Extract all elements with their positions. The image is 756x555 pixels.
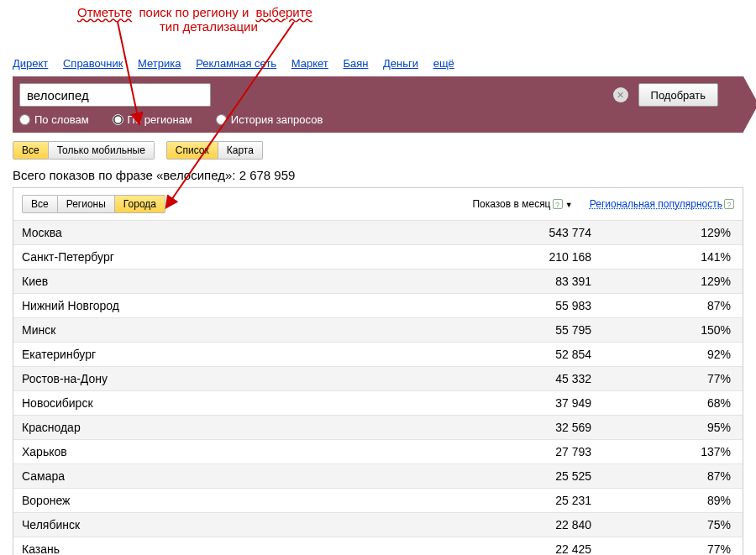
cell-popularity: 87% (600, 464, 743, 489)
cell-city: Воронеж (13, 489, 432, 513)
table-row: Киев83 391129% (13, 270, 743, 294)
annotation-text: Отметьте поиск по региону и выберите тип… (76, 5, 722, 34)
cell-city: Харьков (13, 440, 432, 464)
table-row: Москва543 774129% (13, 221, 743, 245)
cell-city: Киев (13, 270, 432, 294)
help-icon[interactable]: ? (553, 199, 563, 209)
cell-popularity: 95% (600, 416, 743, 440)
col-popularity[interactable]: Региональная популярность? (590, 198, 734, 210)
radio-words[interactable]: По словам (19, 113, 89, 126)
radio-regions[interactable]: По регионам (113, 113, 192, 126)
cell-shows: 55 795 (432, 318, 600, 343)
btn-all-devices[interactable]: Все (13, 141, 49, 160)
cell-city: Челябинск (13, 513, 432, 537)
nav-direct[interactable]: Директ (13, 57, 48, 70)
btn-map-view[interactable]: Карта (218, 141, 263, 160)
cell-city: Москва (13, 221, 432, 245)
cell-shows: 25 525 (432, 464, 600, 489)
cell-popularity: 68% (600, 391, 743, 416)
cell-shows: 25 231 (432, 489, 600, 513)
cell-popularity: 92% (600, 343, 743, 367)
cell-popularity: 77% (600, 367, 743, 391)
search-input[interactable] (19, 83, 211, 107)
sort-icon: ▼ (565, 201, 573, 209)
cell-shows: 37 949 (432, 391, 600, 416)
nav-market[interactable]: Маркет (291, 57, 328, 70)
view-toggle: Список Карта (166, 141, 263, 160)
cell-shows: 22 840 (432, 513, 600, 537)
btn-mobile-only[interactable]: Только мобильные (49, 141, 155, 160)
radio-history[interactable]: История запросов (216, 113, 323, 126)
cell-shows: 55 983 (432, 294, 600, 318)
cell-popularity: 141% (600, 245, 743, 270)
help-icon[interactable]: ? (724, 199, 734, 209)
cell-city: Санкт-Петербург (13, 245, 432, 270)
cell-shows: 45 332 (432, 367, 600, 391)
cell-shows: 52 854 (432, 343, 600, 367)
table-row: Екатеринбург52 85492% (13, 343, 743, 367)
cell-city: Нижний Новгород (13, 294, 432, 318)
table-row: Челябинск22 84075% (13, 513, 743, 537)
cell-popularity: 129% (600, 270, 743, 294)
cell-popularity: 75% (600, 513, 743, 537)
col-shows[interactable]: Показов в месяц? ▼ (472, 198, 572, 210)
nav-sprav[interactable]: Справочник (63, 57, 123, 70)
cell-city: Ростов-на-Дону (13, 367, 432, 391)
cell-popularity: 87% (600, 294, 743, 318)
table-row: Минск55 795150% (13, 318, 743, 343)
device-toggle: Все Только мобильные (13, 141, 155, 160)
cell-city: Екатеринбург (13, 343, 432, 367)
table-row: Нижний Новгород55 98387% (13, 294, 743, 318)
cell-shows: 32 569 (432, 416, 600, 440)
cell-shows: 83 391 (432, 270, 600, 294)
table-row: Казань22 42577% (13, 537, 743, 556)
nav-money[interactable]: Деньги (383, 57, 418, 70)
cell-city: Новосибирск (13, 391, 432, 416)
table-row: Санкт-Петербург210 168141% (13, 245, 743, 270)
nav-bayan[interactable]: Баян (343, 57, 368, 70)
btn-list-view[interactable]: Список (166, 141, 218, 160)
cell-city: Минск (13, 318, 432, 343)
cell-popularity: 77% (600, 537, 743, 556)
cell-city: Самара (13, 464, 432, 489)
tab-all[interactable]: Все (22, 195, 58, 213)
nav-metrika[interactable]: Метрика (138, 57, 181, 70)
cell-shows: 210 168 (432, 245, 600, 270)
table-row: Новосибирск37 94968% (13, 391, 743, 416)
detail-tabs: Все Регионы Города (22, 195, 165, 213)
cell-city: Краснодар (13, 416, 432, 440)
results-table: Москва543 774129%Санкт-Петербург210 1681… (13, 220, 743, 555)
nav-adnet[interactable]: Рекламная сеть (196, 57, 276, 70)
nav-more[interactable]: ещё (433, 57, 454, 70)
table-row: Воронеж25 23189% (13, 489, 743, 513)
results-panel: Все Регионы Города Показов в месяц? ▼ Ре… (13, 187, 743, 555)
tab-regions[interactable]: Регионы (58, 195, 115, 213)
table-row: Ростов-на-Дону45 33277% (13, 367, 743, 391)
search-bar: ✕ Подобрать По словам По регионам Истори… (13, 76, 743, 133)
clear-icon[interactable]: ✕ (613, 87, 628, 102)
table-row: Самара25 52587% (13, 464, 743, 489)
cell-popularity: 89% (600, 489, 743, 513)
cell-popularity: 137% (600, 440, 743, 464)
cell-popularity: 129% (600, 221, 743, 245)
table-row: Харьков27 793137% (13, 440, 743, 464)
cell-city: Казань (13, 537, 432, 556)
cell-shows: 543 774 (432, 221, 600, 245)
cell-popularity: 150% (600, 318, 743, 343)
cell-shows: 27 793 (432, 440, 600, 464)
cell-shows: 22 425 (432, 537, 600, 556)
submit-button[interactable]: Подобрать (638, 83, 718, 107)
tab-cities[interactable]: Города (115, 195, 165, 213)
total-shows: Всего показов по фразе «велосипед»: 2 67… (13, 168, 743, 182)
table-row: Краснодар32 56995% (13, 416, 743, 440)
